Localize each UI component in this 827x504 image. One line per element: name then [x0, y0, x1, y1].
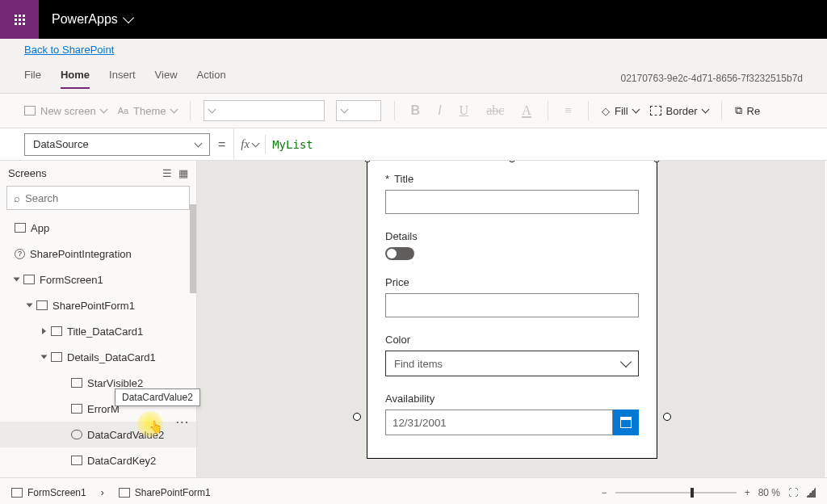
tree-node-formscreen[interactable]: FormScreen1: [0, 267, 196, 292]
theme-label: Theme: [133, 105, 166, 117]
formula-input[interactable]: MyList: [266, 138, 313, 151]
align-button[interactable]: ≡: [561, 103, 575, 118]
control-icon: [71, 404, 82, 414]
app-name-label: PowerApps: [52, 12, 118, 27]
font-family-dropdown[interactable]: [204, 100, 325, 121]
menu-insert[interactable]: Insert: [109, 69, 136, 89]
tree-node-datacardkey[interactable]: DataCardKey2: [0, 447, 196, 473]
menu-home[interactable]: Home: [61, 69, 90, 89]
details-toggle[interactable]: [385, 247, 414, 260]
selection-handle[interactable]: [653, 161, 661, 162]
property-dropdown[interactable]: DataSource: [24, 133, 210, 156]
color-select[interactable]: Find items: [385, 351, 639, 376]
title-label: *Title: [385, 173, 639, 185]
details-label: Details: [385, 230, 639, 242]
underline-button[interactable]: U: [456, 103, 472, 118]
back-to-sharepoint-link[interactable]: Back to SharePoint: [24, 44, 114, 56]
title-input[interactable]: [385, 190, 639, 214]
border-label: Border: [666, 105, 698, 117]
font-size-dropdown[interactable]: [336, 100, 381, 121]
border-button[interactable]: Border: [650, 105, 708, 117]
chevron-down-icon: [252, 139, 260, 147]
breadcrumb-sharepointform[interactable]: SharePointForm1: [119, 487, 211, 498]
separator: [394, 101, 395, 120]
strikethrough-button[interactable]: abc: [483, 103, 507, 118]
menu-action[interactable]: Action: [197, 69, 226, 89]
top-band: Back to SharePoint File Home Insert View…: [0, 39, 827, 93]
availability-field: Availability: [385, 393, 639, 435]
breadcrumb-separator: ›: [101, 487, 104, 498]
chevron-down-icon: [701, 106, 709, 114]
font-color-button[interactable]: A: [518, 103, 535, 118]
selection-handle[interactable]: [353, 413, 361, 421]
color-label: Color: [385, 334, 639, 346]
tree-node-sharepointform[interactable]: SharePointForm1: [0, 292, 196, 318]
tree-node-title-datacard[interactable]: Title_DataCard1: [0, 318, 196, 344]
formula-area: fx MyList: [233, 128, 803, 160]
tree-node-details-datacard[interactable]: Details_DataCard1: [0, 344, 196, 370]
list-view-icon[interactable]: ☰: [162, 167, 172, 179]
bold-button[interactable]: B: [408, 103, 424, 118]
reorder-icon: ⧉: [735, 104, 742, 117]
form-card[interactable]: *Title Details Price Color Find items Av…: [367, 161, 657, 459]
search-input[interactable]: [25, 192, 183, 204]
tree-node-datacardvalue[interactable]: DataCardValue2: [0, 422, 196, 447]
chevron-down-icon: [170, 106, 178, 114]
more-options-button[interactable]: ···: [176, 416, 190, 428]
separator: [588, 101, 589, 120]
canvas[interactable]: *Title Details Price Color Find items Av…: [197, 161, 824, 477]
border-icon: [650, 106, 661, 116]
main-menu: File Home Insert View Action: [24, 69, 226, 89]
screen-icon: [23, 275, 35, 284]
tooltip: DataCardValue2: [115, 388, 200, 406]
tree-search[interactable]: ⌕: [6, 186, 190, 210]
fill-icon: ◇: [602, 105, 610, 117]
breadcrumb: FormScreen1 › SharePointForm1: [11, 487, 211, 498]
breadcrumb-formscreen[interactable]: FormScreen1: [11, 487, 86, 498]
separator: [190, 101, 191, 120]
date-picker-button[interactable]: [613, 410, 639, 435]
zoom-in-button[interactable]: +: [745, 487, 750, 498]
selection-handle[interactable]: [363, 161, 372, 162]
zoom-slider[interactable]: [615, 492, 737, 494]
tree-node-sharepoint-integration[interactable]: ?SharePointIntegration: [0, 241, 196, 267]
collapse-icon: [14, 278, 20, 282]
app-launcher-button[interactable]: [0, 0, 39, 39]
new-screen-button[interactable]: New screen: [24, 105, 107, 117]
scrollbar-thumb[interactable]: [190, 204, 196, 293]
fill-button[interactable]: ◇ Fill: [602, 105, 639, 117]
color-placeholder: Find items: [394, 358, 443, 370]
calendar-icon: [620, 417, 632, 428]
thumbnail-view-icon[interactable]: ▦: [178, 167, 188, 179]
formula-bar: DataSource = fx MyList: [0, 128, 827, 161]
collapse-icon: [41, 355, 48, 359]
tree-node-price-datacard[interactable]: Price_DataCard1: [0, 473, 196, 477]
availability-input[interactable]: [385, 410, 613, 435]
equals-label: =: [218, 137, 225, 152]
chevron-down-icon: [620, 356, 632, 368]
price-input[interactable]: [385, 293, 639, 317]
selection-handle[interactable]: [663, 413, 671, 421]
reorder-button[interactable]: ⧉ Re: [735, 104, 761, 117]
zoom-out-button[interactable]: −: [602, 487, 607, 498]
property-name: DataSource: [33, 138, 89, 150]
theme-button[interactable]: Aa Theme: [118, 105, 177, 117]
fx-button[interactable]: fx: [234, 137, 265, 151]
ribbon-toolbar: New screen Aa Theme B I U abc A ≡ ◇ Fill…: [0, 93, 827, 128]
screen-icon: [11, 488, 23, 498]
zoom-slider-thumb[interactable]: [691, 488, 694, 498]
selection-handle[interactable]: [508, 161, 516, 162]
info-icon: ?: [15, 249, 25, 259]
italic-button[interactable]: I: [434, 103, 444, 118]
screens-panel: Screens ☰ ▦ ⌕ App ?SharePointIntegration…: [0, 161, 197, 477]
zoom-controls: − + 80 % ⛶: [602, 487, 816, 498]
chevron-down-icon: [195, 139, 203, 147]
form-icon: [119, 488, 130, 498]
file-name-label: 02170763-9e2c-4d71-8656-7f3232515b7d: [620, 73, 803, 84]
app-name-dropdown[interactable]: PowerApps: [39, 12, 145, 27]
tree-node-app[interactable]: App: [0, 215, 196, 241]
color-field: Color Find items: [385, 334, 639, 376]
fit-to-window-button[interactable]: ⛶: [788, 487, 798, 498]
menu-view[interactable]: View: [155, 69, 178, 89]
menu-file[interactable]: File: [24, 69, 41, 89]
